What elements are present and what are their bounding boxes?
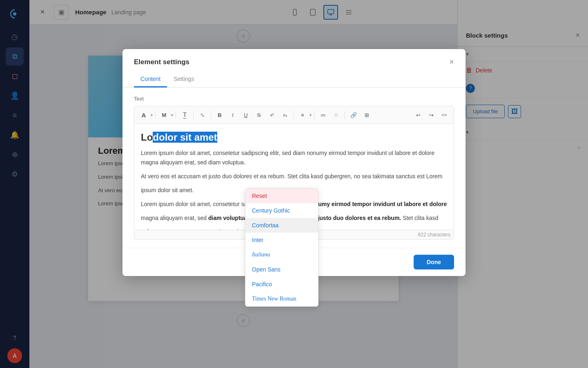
- toolbar-underline-button[interactable]: U: [240, 109, 252, 121]
- toolbar-fullscreen-button[interactable]: ⤡: [196, 109, 208, 121]
- element-settings-modal: Element settings × Content Settings Text…: [122, 49, 466, 276]
- toolbar-redo-button[interactable]: ↪: [425, 109, 437, 121]
- toolbar-divider-4: [211, 111, 211, 119]
- editor-heading: Lodolor sit amet: [141, 130, 447, 144]
- toolbar-font-size-button[interactable]: M: [158, 109, 170, 121]
- toolbar-subscript-button[interactable]: x₂: [279, 109, 291, 121]
- toolbar-link-button[interactable]: 🔗: [347, 109, 360, 121]
- editor-para-1: Lorem ipsum dolor sit amet, consetetur s…: [141, 148, 447, 168]
- toolbar-table-button[interactable]: ⊞: [361, 109, 373, 121]
- toolbar-divider-3: [193, 111, 194, 119]
- font-dropdown: Reset Century Gothic Comfortaa Inter Ita…: [245, 188, 318, 307]
- done-button[interactable]: Done: [414, 255, 454, 269]
- font-option-reset[interactable]: Reset: [245, 188, 318, 203]
- toolbar-bold-button[interactable]: B: [214, 109, 226, 121]
- font-option-open-sans[interactable]: Open Sans: [245, 262, 318, 277]
- text-field-label: Text: [134, 96, 454, 102]
- toolbar-align-chevron: ▾: [310, 113, 312, 117]
- modal-title: Element settings: [134, 58, 189, 66]
- editor-para-2: At vero eos et accusam et justo duo dolo…: [141, 172, 447, 182]
- font-option-times-new-roman[interactable]: Times New Roman: [245, 292, 318, 306]
- font-option-comfortaa[interactable]: Comfortaa: [245, 218, 318, 233]
- toolbar-strikethrough-button[interactable]: S: [253, 109, 265, 121]
- modal-close-button[interactable]: ×: [449, 57, 454, 67]
- toolbar-superscript-button[interactable]: x²: [266, 109, 278, 121]
- modal-tabs: Content Settings: [122, 72, 466, 88]
- toolbar-list-ordered-button[interactable]: ⁙: [330, 109, 342, 121]
- toolbar-font-family-button[interactable]: A: [138, 109, 150, 121]
- toolbar-divider-6: [314, 111, 314, 119]
- toolbar-text-style-button[interactable]: T̲: [178, 109, 191, 121]
- toolbar-divider-2: [176, 111, 176, 119]
- font-option-inter[interactable]: Inter: [245, 233, 318, 247]
- toolbar-divider-7: [345, 111, 345, 119]
- toolbar-divider-1: [155, 111, 156, 119]
- toolbar-italic-button[interactable]: I: [227, 109, 239, 121]
- font-option-pacifico[interactable]: Pacifico: [245, 277, 318, 292]
- font-option-italiana[interactable]: Italiana: [245, 247, 318, 262]
- toolbar-undo-button[interactable]: ↩: [412, 109, 424, 121]
- editor-toolbar: A ▾ M ▾ T̲ ⤡ B I U S x² x₂ ≡ ▾ ≔: [134, 106, 454, 124]
- tab-settings[interactable]: Settings: [167, 72, 201, 88]
- modal-backdrop: Element settings × Content Settings Text…: [0, 0, 588, 368]
- editor-selected-text: dolor sit amet: [153, 132, 217, 143]
- font-option-century-gothic[interactable]: Century Gothic: [245, 203, 318, 218]
- toolbar-font-family-chevron: ▾: [151, 113, 153, 117]
- modal-header: Element settings ×: [122, 49, 466, 67]
- toolbar-align-button[interactable]: ≡: [296, 109, 309, 121]
- toolbar-divider-5: [294, 111, 294, 119]
- toolbar-font-size-chevron: ▾: [171, 113, 173, 117]
- toolbar-list-unordered-button[interactable]: ≔: [317, 109, 329, 121]
- tab-content[interactable]: Content: [134, 72, 167, 88]
- toolbar-code-button[interactable]: <>: [438, 109, 450, 121]
- editor-heading-prefix: Lo: [141, 132, 153, 143]
